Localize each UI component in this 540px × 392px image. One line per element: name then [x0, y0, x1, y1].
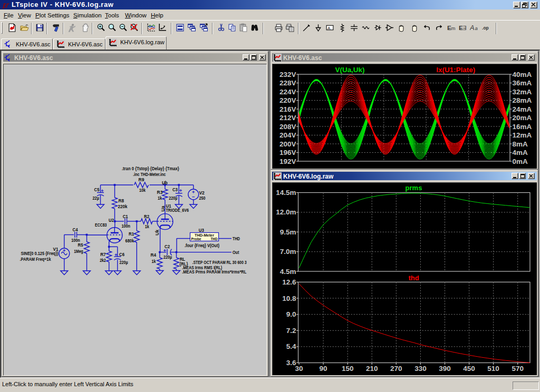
svg-text:12.0m: 12.0m — [276, 208, 296, 216]
svg-text:220µ: 220µ — [169, 195, 177, 201]
svg-text:204V: 204V — [279, 131, 296, 139]
svg-text:C4: C4 — [72, 227, 78, 232]
svg-text:30: 30 — [295, 365, 303, 373]
svg-text:C6: C6 — [119, 252, 124, 257]
svg-text:Ub: Ub — [161, 180, 167, 185]
svg-text:7.2: 7.2 — [286, 327, 296, 335]
svg-text:SINE(0 0.125 {Freq}): SINE(0 0.125 {Freq}) — [21, 251, 58, 256]
svg-text:.STEP OCT PARAM RL 30 600 3: .STEP OCT PARAM RL 30 600 3 — [192, 260, 246, 265]
svg-text:Out: Out — [233, 250, 239, 255]
svg-text:8mA: 8mA — [512, 140, 528, 148]
svg-text:570: 570 — [512, 365, 524, 373]
svg-text:9.0: 9.0 — [286, 310, 296, 318]
svg-text:V2: V2 — [199, 190, 205, 195]
svg-text:Uk: Uk — [155, 230, 160, 236]
svg-text:220µ: 220µ — [119, 260, 128, 265]
svg-text:.inc THD-Meter.inc: .inc THD-Meter.inc — [133, 172, 166, 177]
svg-text:C5: C5 — [94, 187, 99, 192]
svg-text:1k: 1k — [157, 195, 161, 201]
svg-text:a: a — [475, 25, 477, 31]
svg-text:680k: 680k — [125, 238, 134, 243]
svg-text:Ix(U1:Plate): Ix(U1:Plate) — [436, 66, 475, 74]
svg-text:.tran 0 {Tstop} {Delay} {Tmax}: .tran 0 {Tstop} {Delay} {Tmax} — [121, 166, 179, 171]
svg-text:5.4: 5.4 — [286, 342, 296, 350]
svg-text:THD: THD — [210, 237, 217, 241]
svg-text:450: 450 — [463, 365, 475, 373]
svg-text:U2: U2 — [109, 218, 114, 223]
svg-text:Probe: Probe — [191, 237, 201, 241]
svg-text:R5: R5 — [78, 242, 83, 248]
svg-text:.MEAS Prms PARAM Irms*Irms*RL: .MEAS Prms PARAM Irms*Irms*RL — [182, 269, 246, 275]
svg-text:0mA: 0mA — [512, 158, 528, 165]
svg-text:100n: 100n — [121, 223, 130, 229]
svg-text:330: 330 — [414, 365, 427, 373]
svg-text:90: 90 — [319, 365, 327, 373]
svg-text:232V: 232V — [279, 71, 296, 79]
svg-text:192V: 192V — [279, 158, 296, 165]
svg-text:24mA: 24mA — [512, 105, 532, 113]
svg-text:208V: 208V — [279, 123, 296, 131]
svg-text:A: A — [470, 24, 475, 32]
svg-text:210: 210 — [365, 365, 378, 373]
svg-text:A: A — [327, 26, 330, 31]
svg-text:THD: THD — [233, 236, 240, 241]
svg-text:.four {Freq} V(Out): .four {Freq} V(Out) — [184, 243, 219, 248]
svg-text:216V: 216V — [279, 105, 296, 113]
svg-text:TRIODE_6V6: TRIODE_6V6 — [166, 208, 189, 213]
svg-text:10.8: 10.8 — [282, 295, 296, 302]
svg-text:220µ: 220µ — [163, 254, 172, 260]
svg-text:200V: 200V — [279, 140, 296, 148]
svg-text:12mA: 12mA — [512, 131, 532, 139]
svg-text:228V: 228V — [279, 79, 296, 87]
svg-text:1k: 1k — [144, 224, 149, 229]
svg-text:9.5m: 9.5m — [279, 228, 296, 236]
svg-text:R8: R8 — [118, 198, 124, 203]
svg-text:R4: R4 — [150, 252, 156, 258]
svg-text:ECC83: ECC83 — [95, 222, 107, 228]
svg-text:.op: .op — [482, 25, 489, 31]
svg-text:4.5m: 4.5m — [279, 268, 296, 276]
svg-text:Ǝ: Ǝ — [462, 25, 466, 31]
svg-text:R9: R9 — [138, 177, 144, 182]
svg-text:10k: 10k — [139, 188, 146, 193]
svg-text:C1: C1 — [122, 214, 128, 219]
svg-text:1Meg: 1Meg — [74, 249, 83, 254]
svg-text:Ua: Ua — [160, 205, 166, 211]
svg-text:212V: 212V — [279, 114, 296, 122]
svg-text:16mA: 16mA — [512, 123, 532, 131]
svg-text:220V: 220V — [279, 96, 296, 104]
svg-text:C3: C3 — [172, 187, 177, 192]
svg-text:2k2: 2k2 — [100, 258, 106, 263]
svg-text:390: 390 — [439, 365, 451, 373]
svg-text:R1: R1 — [129, 231, 134, 237]
svg-text:250: 250 — [199, 195, 205, 201]
svg-text:1k: 1k — [151, 259, 156, 264]
svg-text:7.0m: 7.0m — [279, 248, 296, 256]
svg-text:m: m — [451, 25, 455, 31]
svg-text:22µ: 22µ — [92, 195, 99, 201]
svg-text:R3: R3 — [157, 190, 162, 195]
svg-text:V(Ua,Uk): V(Ua,Uk) — [335, 66, 364, 74]
svg-text:270: 270 — [390, 365, 402, 373]
svg-text:150: 150 — [341, 365, 353, 373]
svg-text:prms: prms — [405, 184, 422, 192]
svg-text:28mA: 28mA — [512, 96, 532, 104]
svg-text:thd: thd — [408, 274, 419, 282]
svg-text:32mA: 32mA — [512, 88, 532, 96]
svg-text:U3: U3 — [198, 228, 204, 233]
svg-text:224V: 224V — [279, 88, 296, 96]
svg-text:C2: C2 — [165, 244, 170, 249]
svg-text:.PARAM Freq=1k: .PARAM Freq=1k — [20, 257, 51, 262]
svg-text:196V: 196V — [279, 149, 296, 156]
svg-text:12.6: 12.6 — [282, 278, 296, 286]
svg-text:14.5m: 14.5m — [276, 189, 296, 197]
svg-text:40mA: 40mA — [512, 71, 532, 79]
svg-text:20mA: 20mA — [512, 114, 532, 122]
svg-text:4mA: 4mA — [512, 149, 528, 156]
svg-text:R2: R2 — [144, 214, 149, 219]
svg-text:510: 510 — [487, 365, 499, 373]
svg-text:36mA: 36mA — [512, 79, 532, 87]
svg-text:220k: 220k — [118, 204, 127, 209]
svg-text:R7: R7 — [100, 252, 106, 257]
